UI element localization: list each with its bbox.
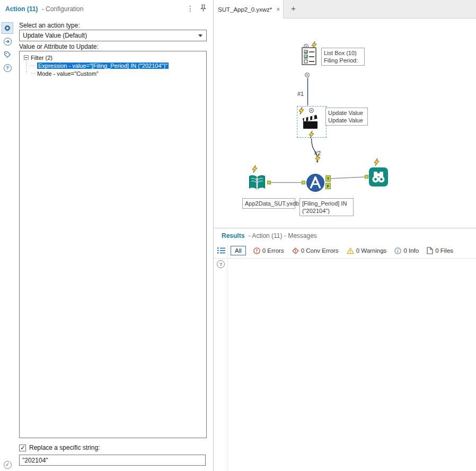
results-title: Results — [222, 232, 244, 239]
question-anchor-icon[interactable] — [309, 108, 314, 113]
navigation-icon[interactable]: ➔ — [2, 35, 13, 47]
info-filter[interactable]: 0 Info — [394, 247, 419, 254]
info-icon — [394, 247, 401, 254]
output-anchor[interactable] — [267, 181, 271, 184]
gear-icon[interactable] — [2, 22, 13, 34]
results-toolbar: All 0 Errors 0 Conv Errors — [214, 243, 476, 259]
annotation-tag-icon[interactable] — [2, 49, 13, 60]
canvas-tab-bar: SUT_App2_0.yxwz* × + — [214, 0, 476, 19]
listbox-annotation[interactable]: List Box (10) Filing Period: — [321, 48, 365, 66]
help-icon[interactable]: ? — [2, 62, 13, 74]
workflow-tab-label: SUT_App2_0.yxwz* — [218, 6, 272, 13]
tree-connector — [31, 65, 36, 66]
errors-filter[interactable]: 0 Errors — [253, 247, 284, 254]
tab-close-icon[interactable]: × — [276, 6, 280, 13]
collapse-expander-icon[interactable] — [24, 55, 29, 60]
update-annotation[interactable]: Update Value Update Value — [325, 108, 368, 126]
file-icon — [427, 247, 433, 254]
results-panel: Results - Action (11) - Messages ? All 0… — [214, 228, 476, 471]
update-value-tool-icon[interactable] — [302, 114, 319, 132]
results-header: Results - Action (11) - Messages — [222, 232, 317, 239]
browse-tool-icon[interactable] — [369, 167, 388, 188]
results-body — [228, 259, 476, 471]
true-output-anchor[interactable]: T — [325, 175, 331, 182]
connection-1-label: #1 — [297, 91, 304, 97]
false-output-anchor[interactable]: F — [325, 183, 331, 189]
listbox-tool-icon[interactable] — [300, 47, 318, 67]
question-anchor-icon[interactable] — [305, 73, 310, 77]
input-anchor[interactable] — [302, 181, 305, 184]
action-type-select[interactable]: Update Value (Default) — [19, 30, 207, 41]
replace-string-row: Replace a specific string: — [19, 444, 100, 451]
tool-name-label: Action (11) — [5, 5, 38, 13]
replace-string-label: Replace a specific string: — [29, 444, 100, 451]
config-panel-title: Action (11) - Configuration — [5, 5, 83, 13]
value-to-update-label: Value or Attribute to Update: — [19, 43, 99, 50]
workflow-valid-icon[interactable]: ✓ — [2, 459, 13, 470]
new-tab-icon[interactable]: + — [291, 4, 296, 13]
replace-string-checkbox[interactable] — [19, 445, 26, 451]
workflow-tab[interactable]: SUT_App2_0.yxwz* × — [214, 0, 284, 19]
more-options-icon[interactable]: ⋮ — [187, 4, 194, 13]
tree-children: Expression - value="[Filing_Period] IN (… — [26, 61, 205, 77]
filter-all-button[interactable]: All — [231, 246, 246, 255]
tree-connector — [31, 73, 36, 74]
action-bolt-icon — [308, 131, 314, 140]
action-type-value: Update Value (Default) — [23, 32, 87, 39]
chevron-down-icon — [198, 34, 202, 37]
filter-annotation[interactable]: [Filing_Period] IN ("202104") — [299, 198, 354, 216]
tree-item-label: Mode - value="Custom" — [37, 70, 99, 77]
action-bolt-icon — [315, 155, 321, 164]
alteryx-designer-window: Action (11) - Configuration ⋮ ➔ ? ✓ Sele… — [0, 0, 476, 471]
input-data-tool-icon[interactable] — [248, 173, 267, 194]
warnings-filter[interactable]: 0 Warnings — [347, 247, 387, 254]
action-bolt-icon — [374, 158, 380, 167]
pin-icon[interactable] — [200, 4, 207, 14]
action-type-label: Select an action type: — [19, 22, 80, 29]
tree-item-expression[interactable]: Expression - value="[Filing_Period] IN (… — [31, 61, 205, 69]
results-subtitle: - Action (11) - Messages — [249, 232, 317, 239]
help-icon[interactable]: ? — [217, 260, 225, 268]
replace-string-input[interactable] — [19, 455, 206, 466]
input-annotation[interactable]: App2Data_SUT.yxdb — [242, 198, 295, 209]
conv-errors-filter[interactable]: 0 Conv Errors — [292, 247, 339, 254]
tree-root-label: Filter (2) — [31, 55, 52, 61]
input-anchor[interactable] — [365, 175, 368, 179]
filter-tool-icon[interactable] — [306, 173, 325, 194]
error-icon — [253, 247, 260, 254]
value-attribute-tree: Filter (2) Expression - value="[Filing_P… — [19, 51, 207, 438]
config-side-strip: ➔ ? ✓ — [0, 18, 15, 471]
files-filter[interactable]: 0 Files — [427, 247, 453, 254]
config-subtitle: - Configuration — [42, 5, 84, 13]
tree-item-label: Expression - value="[Filing_Period] IN (… — [37, 63, 169, 69]
tree-item-mode[interactable]: Mode - value="Custom" — [31, 69, 205, 77]
workflow-canvas[interactable]: List Box (10) Filing Period: #1 — [214, 19, 476, 228]
tree-root-row[interactable]: Filter (2) — [24, 54, 205, 61]
conv-error-icon — [292, 247, 299, 254]
warning-icon — [347, 247, 354, 254]
